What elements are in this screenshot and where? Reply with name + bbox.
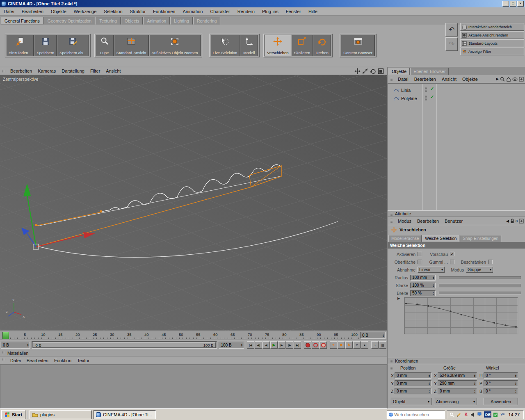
standard-view-button[interactable]: Standard-Ansicht xyxy=(114,35,149,56)
record-rotation-toggle[interactable]: ↻ xyxy=(345,341,353,349)
size-z-field[interactable]: 0 mm▲▼ xyxy=(438,388,477,394)
angle-b-spinner[interactable]: ▲▼ xyxy=(515,390,517,393)
undo-button[interactable]: ↶ xyxy=(445,23,458,37)
abnahme-dropdown[interactable]: Linear▾ xyxy=(418,267,445,273)
breite-spinner[interactable]: ▲▼ xyxy=(432,292,434,295)
position-x-spinner[interactable]: ▲▼ xyxy=(428,374,430,377)
volume-icon[interactable] xyxy=(470,412,476,418)
polyline-visibility-dots[interactable] xyxy=(424,96,427,100)
rotate-view-icon[interactable] xyxy=(370,68,376,74)
task-cinema4d[interactable]: CINEMA 4D - [Ohne Ti... xyxy=(94,410,156,419)
model-mode-button[interactable]: Modell xyxy=(240,35,258,56)
render-view-button[interactable]: Aktuelle Ansicht rendern xyxy=(460,31,524,39)
materials-grip[interactable] xyxy=(2,351,5,356)
record-keyframe-button[interactable] xyxy=(304,341,311,349)
position-y-field[interactable]: 0 mm▲▼ xyxy=(395,380,431,386)
tab-lighting[interactable]: Lighting xyxy=(170,17,193,25)
restore-button[interactable]: □ xyxy=(510,1,516,7)
lock-icon[interactable] xyxy=(510,219,514,224)
add-box-icon[interactable] xyxy=(519,77,524,82)
tray-magnifier-icon[interactable] xyxy=(449,412,455,418)
mat-menu-bearbeiten[interactable]: Bearbeiten xyxy=(24,357,51,364)
gummi-checkbox[interactable] xyxy=(450,260,454,264)
materials-menu-grip[interactable] xyxy=(2,358,5,363)
size-y-field[interactable]: 290 mm▲▼ xyxy=(438,380,477,386)
language-indicator[interactable]: DE xyxy=(484,411,491,418)
range-start-field[interactable]: 0 B ▲▼ xyxy=(1,342,30,349)
size-x-field[interactable]: 5246.389 mm▲▼ xyxy=(438,372,477,379)
attr-add-box-icon[interactable] xyxy=(519,219,524,224)
object-list[interactable]: Linia ✓ Polyline ✓ xyxy=(388,83,525,210)
anwenden-button[interactable]: Anwenden xyxy=(484,398,518,405)
menu-fenster[interactable]: Fenster xyxy=(282,8,305,15)
toggle-viewport-icon[interactable] xyxy=(378,68,384,74)
record-pla-toggle[interactable]: ● xyxy=(361,341,368,349)
vp-menu-filter[interactable]: Filter xyxy=(87,68,103,74)
menu-animation[interactable]: Animation xyxy=(179,8,206,15)
mat-menu-datei[interactable]: Datei xyxy=(7,357,24,364)
coord-grip[interactable] xyxy=(390,365,393,371)
current-frame-field[interactable]: 0 B ▲▼ xyxy=(360,332,386,339)
magnifier-button[interactable]: Lupe xyxy=(96,35,114,56)
tab-objects[interactable]: Objects xyxy=(121,17,143,25)
panel-grip[interactable] xyxy=(2,68,5,74)
size-x-spinner[interactable]: ▲▼ xyxy=(474,374,476,377)
size-y-spinner[interactable]: ▲▼ xyxy=(474,382,476,385)
timeline-range-thumb[interactable]: 0 B 100 B xyxy=(33,342,216,348)
attributes-header[interactable]: Attribute xyxy=(388,210,525,217)
attr-menu-benutzer[interactable]: Benutzer xyxy=(442,218,466,224)
tab-geometry-optimization[interactable]: Geometry Optimization xyxy=(44,17,95,25)
radius-slider[interactable] xyxy=(439,276,521,279)
titlebar[interactable]: CINEMA 4D - [Ohne Titel 2.c4d *] _ □ × xyxy=(0,0,525,7)
menu-objekte[interactable]: Objekte xyxy=(47,8,70,15)
network-icon[interactable] xyxy=(477,412,483,418)
redo-button[interactable]: ↷ xyxy=(445,37,458,51)
search-input[interactable] xyxy=(394,412,443,417)
goto-end-button[interactable]: ▶| xyxy=(294,341,301,349)
object-row-polyline[interactable]: Polyline xyxy=(388,94,422,103)
tab-ebenen-browser[interactable]: Ebenen-Browser xyxy=(410,68,449,75)
menu-charakter[interactable]: Charakter xyxy=(206,8,233,15)
interactive-render-region-button[interactable]: Interaktiver Renderbereich xyxy=(460,23,524,31)
menu-werkzeuge[interactable]: Werkzeuge xyxy=(70,8,100,15)
menu-rendern[interactable]: Rendern xyxy=(234,8,258,15)
timeline-range-scrollbar[interactable]: 0 B 100 B xyxy=(32,341,217,349)
minimize-button[interactable]: _ xyxy=(502,1,509,7)
menu-selektion[interactable]: Selektion xyxy=(100,8,126,15)
tab-snap-einstellungen[interactable]: Snap-Einstellungen xyxy=(460,235,501,242)
goto-start-button[interactable]: |◀ xyxy=(247,341,254,349)
record-scale-toggle[interactable]: ■ xyxy=(338,341,345,349)
next-key-button[interactable]: |▶ xyxy=(286,341,293,349)
linia-visibility-dots[interactable] xyxy=(424,87,427,92)
om-more-icon[interactable]: ▶ xyxy=(496,77,499,81)
menu-bearbeiten[interactable]: Bearbeiten xyxy=(18,8,47,15)
aktivieren-checkbox[interactable] xyxy=(418,252,422,256)
tab-general-functions[interactable]: General Functions xyxy=(1,17,43,25)
materials-list-area[interactable] xyxy=(0,365,387,409)
close-button[interactable]: × xyxy=(517,1,524,7)
range-end-field[interactable]: 100 B ▲▼ xyxy=(219,342,244,349)
om-menu-ansicht[interactable]: Ansicht xyxy=(439,76,459,82)
beschraenken-checkbox[interactable] xyxy=(488,260,493,264)
frame-spinner[interactable]: ▲▼ xyxy=(382,334,384,337)
home-icon[interactable] xyxy=(506,77,511,82)
angle-h-spinner[interactable]: ▲▼ xyxy=(515,374,517,377)
play-button[interactable]: ▶ xyxy=(270,341,278,349)
linia-enable-check[interactable]: ✓ xyxy=(430,86,434,91)
mat-menu-textur[interactable]: Textur xyxy=(74,357,92,364)
angle-b-field[interactable]: 0 °▲▼ xyxy=(484,388,518,394)
menu-datei[interactable]: Datei xyxy=(0,8,18,15)
materials-header[interactable]: Materialien xyxy=(0,350,387,356)
record-parameter-toggle[interactable]: P xyxy=(353,341,361,349)
vorschau-checkbox[interactable]: ✓ xyxy=(450,252,454,256)
sound-toggle-button[interactable]: ♪ xyxy=(371,341,379,349)
mat-menu-funktion[interactable]: Funktion xyxy=(51,357,74,364)
link-icon[interactable]: 8 xyxy=(516,219,518,223)
display-filter-button[interactable]: Anzeige-Filter xyxy=(460,48,524,55)
range-start-spinner[interactable]: ▲▼ xyxy=(27,343,29,347)
content-browser-button[interactable]: Content Browser xyxy=(341,35,375,56)
search-icon[interactable] xyxy=(500,77,505,82)
vp-menu-darstellung[interactable]: Darstellung xyxy=(59,68,87,74)
angle-h-field[interactable]: 0 °▲▼ xyxy=(484,372,518,379)
position-y-spinner[interactable]: ▲▼ xyxy=(428,382,430,385)
